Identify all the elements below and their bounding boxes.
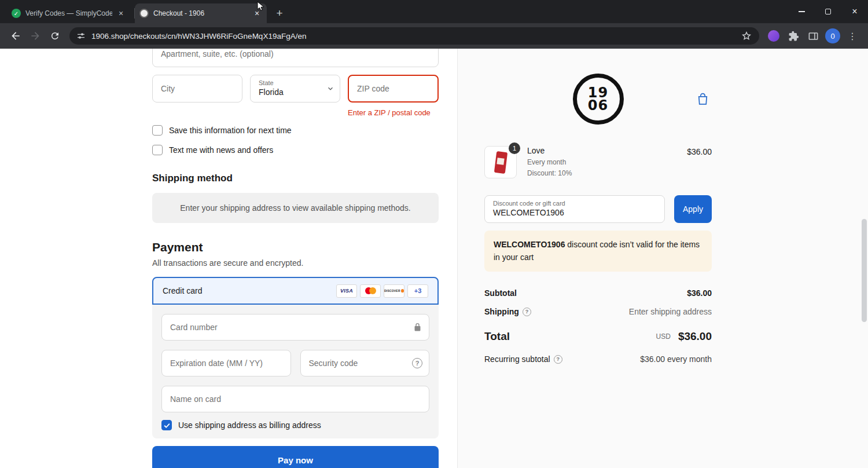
subtotal-label: Subtotal	[484, 288, 517, 298]
shipping-row: Shipping ? Enter shipping address	[484, 307, 712, 316]
apply-button[interactable]: Apply	[674, 195, 712, 223]
new-tab-button[interactable]: +	[271, 5, 288, 21]
browser-titlebar: ✓ Verify Codes — SimplyCodes × Checkout …	[0, 0, 868, 23]
discount-code-row: Discount code or gift card WELCOMETO1906…	[484, 195, 712, 223]
save-info-label: Save this information for next time	[169, 126, 292, 135]
subtotal-value: $36.00	[687, 288, 712, 298]
simplycodes-favicon-icon: ✓	[12, 9, 21, 18]
site-controls-icon[interactable]	[76, 31, 86, 41]
billing-address-label: Use shipping address as billing address	[178, 421, 321, 430]
lock-icon	[413, 323, 422, 332]
cart-line-item: 1 Love Every month Discount: 10% $36.00	[484, 146, 712, 178]
puzzle-icon	[788, 31, 799, 42]
quantity-badge: 1	[509, 142, 520, 154]
maximize-button[interactable]	[815, 0, 841, 23]
extension-simplycodes-button[interactable]	[765, 27, 782, 45]
mastercard-icon	[360, 284, 381, 298]
chevron-down-icon	[326, 85, 334, 93]
state-select-label: State	[259, 79, 332, 86]
minimize-icon	[799, 11, 805, 12]
tab-simplycodes[interactable]: ✓ Verify Codes — SimplyCodes ×	[7, 3, 131, 23]
item-title: Love	[527, 146, 572, 155]
shipping-label: Shipping	[484, 307, 519, 316]
item-discount: Discount: 10%	[527, 169, 572, 177]
forward-button[interactable]	[27, 27, 44, 45]
security-code-help-icon[interactable]: ?	[412, 358, 422, 368]
recurring-label: Recurring subtotal	[484, 354, 550, 364]
card-brand-icons: VISA DISCOVER +3	[336, 284, 428, 298]
back-button[interactable]	[7, 27, 24, 45]
credit-card-form: ? Use shipping address as billing addres…	[152, 305, 439, 438]
check-icon	[163, 422, 171, 429]
profile-avatar: 0	[825, 28, 840, 43]
side-panel-button[interactable]	[804, 27, 822, 45]
forward-icon	[30, 30, 41, 42]
side-panel-icon	[808, 31, 819, 42]
address-row: State Florida	[152, 75, 439, 103]
save-info-checkbox[interactable]	[152, 125, 163, 136]
name-on-card-input[interactable]	[161, 386, 429, 412]
purple-extension-icon	[768, 30, 779, 42]
security-code-input[interactable]	[300, 350, 430, 376]
profile-button[interactable]: 0	[824, 27, 841, 45]
total-row: Total USD $36.00	[484, 330, 712, 343]
save-info-checkbox-row: Save this information for next time	[152, 125, 439, 136]
shipping-method-heading: Shipping method	[152, 173, 439, 184]
total-currency: USD	[656, 332, 671, 341]
shipping-info-icon[interactable]: ?	[523, 308, 531, 316]
expiry-security-row: ?	[161, 350, 429, 376]
checkout-form-column: State Florida Enter a ZIP / postal code …	[0, 49, 457, 468]
item-frequency: Every month	[527, 158, 572, 166]
tab-close-icon[interactable]: ×	[252, 8, 262, 19]
card-number-input[interactable]	[161, 314, 429, 341]
billing-address-checkbox[interactable]	[161, 420, 172, 430]
address-bar[interactable]: 1906.shop/checkouts/cn/hWN3JHW6RiFoGneMq…	[69, 27, 759, 45]
cart-bag-icon[interactable]	[696, 92, 710, 107]
recurring-info-icon[interactable]: ?	[554, 355, 562, 364]
total-label: Total	[484, 330, 510, 343]
payment-heading: Payment	[152, 240, 439, 254]
news-offers-label: Text me with news and offers	[169, 145, 273, 155]
news-offers-checkbox[interactable]	[152, 145, 163, 155]
discount-code-input[interactable]: Discount code or gift card WELCOMETO1906	[484, 195, 665, 223]
reload-button[interactable]	[46, 27, 64, 45]
state-select[interactable]: State Florida	[250, 75, 340, 103]
card-number-wrap	[161, 314, 429, 341]
credit-card-label: Credit card	[163, 286, 202, 295]
recurring-value: $36.00 every month	[640, 354, 712, 364]
zip-input[interactable]	[348, 75, 439, 103]
browser-menu-button[interactable]: ⋮	[844, 27, 861, 45]
discover-icon: DISCOVER	[384, 284, 404, 298]
visa-icon: VISA	[336, 284, 357, 298]
bookmark-star-icon[interactable]	[741, 30, 752, 42]
discount-code-label: Discount code or gift card	[493, 200, 656, 207]
url-text[interactable]: 1906.shop/checkouts/cn/hWN3JHW6RiFoGneMq…	[91, 32, 741, 41]
shop-header: 19 06	[484, 74, 712, 125]
recurring-subtotal-row: Recurring subtotal ? $36.00 every month	[484, 354, 712, 364]
minimize-button[interactable]	[788, 0, 815, 23]
credit-card-option[interactable]: Credit card VISA DISCOVER +3	[152, 277, 439, 305]
page-content: State Florida Enter a ZIP / postal code …	[0, 49, 868, 468]
order-summary-column: 19 06 1 Love Every month	[457, 49, 868, 468]
close-window-button[interactable]: ×	[841, 0, 868, 23]
city-input[interactable]	[152, 75, 242, 103]
zip-error-message: Enter a ZIP / postal code	[348, 108, 439, 117]
discount-code-value: WELCOMETO1906	[493, 208, 656, 217]
more-cards-badge: +3	[407, 284, 428, 298]
scrollbar-thumb[interactable]	[862, 219, 867, 322]
tab-title: Checkout - 1906	[153, 9, 248, 17]
shop-1906-favicon-icon	[139, 9, 149, 18]
tab-checkout-1906[interactable]: Checkout - 1906 ×	[135, 3, 267, 23]
extensions-button[interactable]	[785, 27, 802, 45]
maximize-icon	[825, 9, 831, 14]
tab-title: Verify Codes — SimplyCodes	[25, 9, 112, 17]
pay-now-button[interactable]: Pay now	[152, 446, 439, 468]
browser-toolbar: 1906.shop/checkouts/cn/hWN3JHW6RiFoGneMq…	[0, 23, 868, 49]
total-value: $36.00	[678, 330, 712, 343]
apartment-input[interactable]	[152, 49, 439, 67]
shipping-method-notice: Enter your shipping address to view avai…	[152, 193, 439, 223]
tab-close-icon[interactable]: ×	[116, 8, 126, 19]
expiration-date-input[interactable]	[161, 350, 291, 376]
state-select-value: Florida	[259, 87, 332, 97]
name-on-card-wrap	[161, 386, 429, 412]
